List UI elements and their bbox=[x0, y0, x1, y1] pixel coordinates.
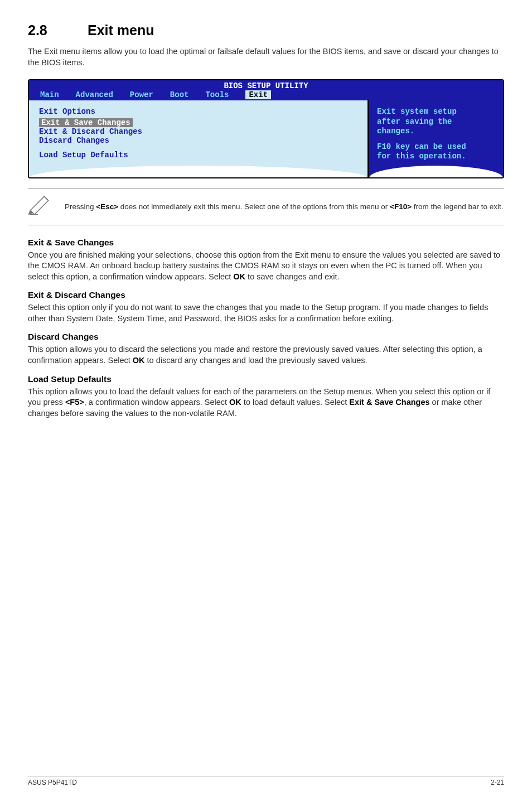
bios-utility-title: BIOS SETUP UTILITY bbox=[29, 81, 503, 90]
bios-tab-main: Main bbox=[40, 90, 59, 99]
sub-exit-save-text: Once you are finished making your select… bbox=[28, 250, 504, 283]
bios-tab-exit: Exit bbox=[245, 90, 271, 99]
exit-item-save: Exit & Save Changes bbox=[39, 118, 133, 127]
s1-ok: OK bbox=[233, 272, 245, 281]
bios-header: BIOS SETUP UTILITY Main Advanced Power B… bbox=[29, 80, 503, 100]
note-text-b: does not immediately exit this menu. Sel… bbox=[118, 202, 390, 211]
sub-exit-discard-text: Select this option only if you do not wa… bbox=[28, 302, 504, 324]
bios-tab-boot: Boot bbox=[170, 90, 189, 99]
help-line-2: after saving the bbox=[377, 117, 495, 127]
note-text: Pressing <Esc> does not immediately exit… bbox=[65, 202, 503, 212]
note-f10-key: <F10> bbox=[390, 202, 412, 211]
bios-screenshot: BIOS SETUP UTILITY Main Advanced Power B… bbox=[28, 79, 504, 178]
page-footer: ASUS P5P41TD 2-21 bbox=[28, 776, 504, 786]
sub-discard-heading: Discard Changes bbox=[28, 332, 504, 342]
footer-page-number: 2-21 bbox=[491, 779, 504, 786]
sub-exit-save-heading: Exit & Save Changes bbox=[28, 238, 504, 248]
section-heading: 2.8 Exit menu bbox=[28, 22, 504, 38]
s4-b: , a confirmation window appears. Select bbox=[84, 398, 229, 407]
sub-load-defaults-heading: Load Setup Defaults bbox=[28, 374, 504, 384]
footer-product: ASUS P5P41TD bbox=[28, 779, 77, 786]
bios-tabs: Main Advanced Power Boot Tools Exit bbox=[29, 90, 503, 100]
exit-item-discard-changes: Exit & Discard Changes bbox=[39, 127, 357, 136]
s3-ok: OK bbox=[133, 356, 145, 365]
s3-b: to discard any changes and load the prev… bbox=[145, 356, 367, 365]
note-text-a: Pressing bbox=[65, 202, 96, 211]
s4-ok: OK bbox=[229, 398, 241, 407]
s4-c: to load default values. Select bbox=[241, 398, 349, 407]
sub-discard-text: This option allows you to discard the se… bbox=[28, 344, 504, 366]
exit-options-heading: Exit Options bbox=[39, 107, 357, 116]
section-title-text: Exit menu bbox=[88, 22, 154, 38]
note-pencil-icon bbox=[28, 195, 52, 219]
section-number: 2.8 bbox=[28, 22, 84, 38]
bios-help-pane: Exit system setup after saving the chang… bbox=[369, 100, 503, 177]
note-callout: Pressing <Esc> does not immediately exit… bbox=[28, 189, 504, 225]
exit-item-discard: Discard Changes bbox=[39, 136, 357, 145]
s4-f5: <F5> bbox=[65, 398, 84, 407]
bios-body: Exit Options Exit & Save Changes Exit & … bbox=[29, 100, 503, 177]
sub-exit-discard-heading: Exit & Discard Changes bbox=[28, 290, 504, 300]
bios-left-pane: Exit Options Exit & Save Changes Exit & … bbox=[29, 100, 367, 177]
bios-tab-advanced: Advanced bbox=[76, 90, 113, 99]
svg-line-0 bbox=[44, 196, 48, 200]
note-esc-key: <Esc> bbox=[96, 202, 118, 211]
exit-item-load-defaults: Load Setup Defaults bbox=[39, 151, 357, 160]
s4-exit: Exit & Save Changes bbox=[349, 398, 429, 407]
sub-load-defaults-text: This option allows you to load the defau… bbox=[28, 386, 504, 419]
s1-b: to save changes and exit. bbox=[245, 272, 339, 281]
section-intro: The Exit menu items allow you to load th… bbox=[28, 46, 504, 68]
help-line-4: F10 key can be used bbox=[377, 142, 495, 152]
help-line-5: for this operation. bbox=[377, 152, 495, 162]
bios-tab-tools: Tools bbox=[205, 90, 229, 99]
note-text-c: from the legend bar to exit. bbox=[412, 202, 503, 211]
help-line-1: Exit system setup bbox=[377, 107, 495, 117]
help-line-3: changes. bbox=[377, 127, 495, 137]
bios-tab-power: Power bbox=[130, 90, 153, 99]
